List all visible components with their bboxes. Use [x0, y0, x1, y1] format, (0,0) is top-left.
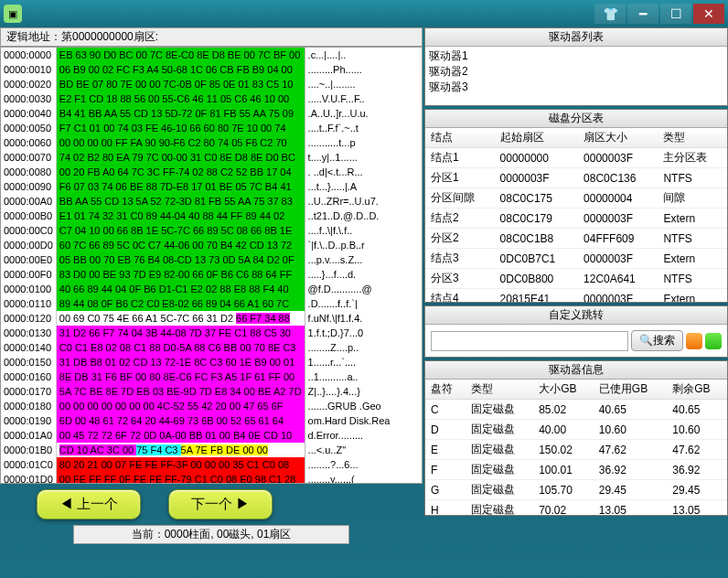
table-row[interactable]: 分区间隙08C0C17500000004间隙	[425, 188, 727, 209]
hex-viewer[interactable]: 0000:00000000:00100000:00200000:00300000…	[0, 47, 423, 484]
table-row[interactable]: 分区208C0C1B804FFF609NTFS	[425, 229, 727, 249]
drive-info-table[interactable]: 盘符类型大小GB已使用GB剩余GB C固定磁盘85.0240.6540.65D固…	[425, 380, 727, 515]
minimize-button[interactable]: ━	[627, 4, 658, 24]
prev-button[interactable]: ◀ 上一个	[37, 489, 141, 519]
next-button[interactable]: 下一个 ▶	[168, 489, 273, 519]
list-item[interactable]: 驱动器2	[429, 64, 723, 80]
drivers-title: 驱动器列表	[425, 28, 727, 47]
close-button[interactable]: ✕	[693, 4, 724, 24]
table-row[interactable]: D固定磁盘40.0010.6010.60	[425, 420, 727, 440]
table-row[interactable]: 结点1000000000000003F主分区表	[425, 148, 727, 168]
shirt-icon[interactable]: 👕	[594, 4, 626, 24]
partition-title: 磁盘分区表	[425, 110, 727, 128]
driver-list[interactable]: 驱动器1驱动器2驱动器3	[425, 47, 727, 105]
table-row[interactable]: 分区10000003F08C0C136NTFS	[425, 168, 727, 188]
address-bar: 逻辑地址：第0000000000扇区:	[0, 27, 423, 47]
jump-title: 自定义跳转	[425, 306, 727, 325]
search-button[interactable]: 🔍搜索	[631, 330, 683, 351]
status-bar: 当前：0000柱面, 00磁头, 01扇区	[73, 525, 349, 544]
table-row[interactable]: 结点208C0C1790000003FExtern	[425, 209, 727, 229]
maximize-button[interactable]: ☐	[660, 4, 691, 24]
list-item[interactable]: 驱动器3	[429, 80, 723, 95]
table-row[interactable]: F固定磁盘100.0136.9236.92	[425, 460, 727, 480]
math-icon[interactable]	[705, 333, 722, 349]
list-item[interactable]: 驱动器1	[429, 48, 723, 64]
table-row[interactable]: 分区30DC0B80012C0A641NTFS	[425, 269, 727, 289]
table-row[interactable]: 结点30DC0B7C10000003FExtern	[425, 249, 727, 269]
table-row[interactable]: E固定磁盘150.0247.6247.62	[425, 440, 727, 460]
table-row[interactable]: 结点420815E410000003FExtern	[425, 289, 727, 303]
drive-info-title: 驱动器信息	[425, 361, 727, 380]
jump-input[interactable]	[431, 331, 628, 351]
table-row[interactable]: H固定磁盘70.0213.0513.05	[425, 500, 727, 516]
table-row[interactable]: C固定磁盘85.0240.6540.65	[425, 400, 727, 420]
app-icon: ▣	[4, 5, 22, 23]
partition-table[interactable]: 结点起始扇区扇区大小类型 结点1000000000000003F主分区表分区10…	[425, 128, 727, 302]
calc-icon[interactable]	[686, 333, 702, 349]
table-row[interactable]: G固定磁盘105.7029.4529.45	[425, 480, 727, 500]
